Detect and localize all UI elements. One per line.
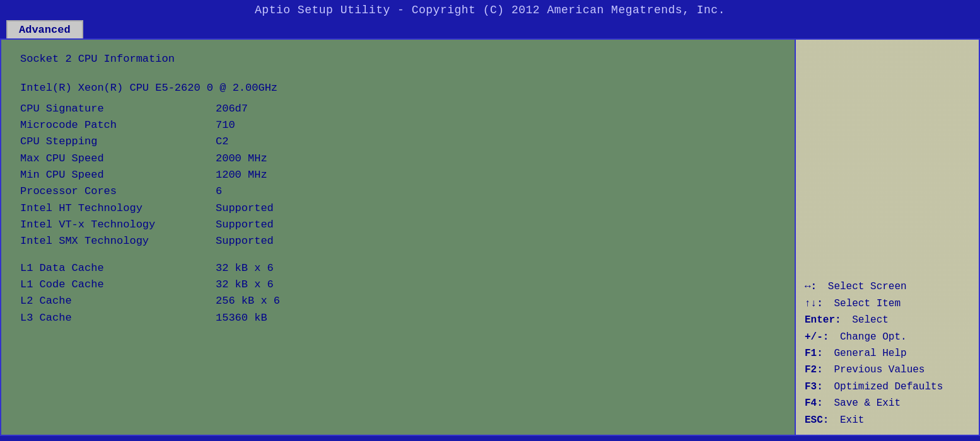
sidebar-key: F1: [805, 345, 823, 362]
sidebar-key: ↑↓: [805, 295, 823, 312]
sidebar-desc: Select [852, 312, 889, 328]
sidebar-desc: Change Opt. [840, 329, 907, 345]
sidebar-item: ↑↓: Select Item [805, 295, 970, 312]
cache-row: L2 Cache256 kB x 6 [20, 293, 776, 309]
sidebar-desc: General Help [834, 345, 906, 362]
cache-value: 15360 kB [216, 310, 267, 326]
info-label: Intel HT Technology [20, 200, 216, 217]
cache-row: L3 Cache15360 kB [20, 310, 776, 326]
cache-value: 32 kB x 6 [216, 260, 274, 277]
info-row: CPU Signature206d7 [20, 101, 776, 117]
main-area: Socket 2 CPU Information Intel(R) Xeon(R… [0, 38, 980, 436]
cache-label: L2 Cache [20, 293, 216, 309]
info-value: C2 [216, 134, 228, 150]
sidebar-desc: Exit [840, 412, 864, 428]
info-row: Processor Cores6 [20, 183, 776, 200]
sidebar-key: +/-: [805, 329, 829, 345]
sidebar-items: ↔: Select Screen↑↓: Select ItemEnter: Se… [805, 278, 970, 428]
info-label: Processor Cores [20, 183, 216, 200]
sidebar-item: Enter: Select [805, 312, 970, 328]
cache-row: L1 Code Cache32 kB x 6 [20, 277, 776, 293]
info-row: Intel HT TechnologySupported [20, 200, 776, 217]
sidebar-key: F4: [805, 395, 823, 411]
info-label: Microcode Patch [20, 117, 216, 134]
bottom-bar [0, 436, 980, 441]
sidebar-key: Enter: [805, 312, 841, 328]
sidebar-key: ↔: [805, 278, 817, 295]
cache-value: 32 kB x 6 [216, 277, 274, 293]
info-row: Microcode Patch710 [20, 117, 776, 134]
title-text: Aptio Setup Utility - Copyright (C) 2012… [255, 4, 725, 16]
info-value: 206d7 [216, 101, 248, 117]
info-label: CPU Stepping [20, 134, 216, 150]
sidebar-item: F3: Optimized Defaults [805, 379, 970, 395]
info-value: 2000 MHz [216, 151, 267, 167]
section-title: Socket 2 CPU Information [20, 51, 776, 67]
sidebar-item: +/-: Change Opt. [805, 329, 970, 345]
sidebar-key: ESC: [805, 412, 829, 428]
info-value: 710 [216, 117, 235, 134]
info-row: CPU SteppingC2 [20, 134, 776, 150]
tab-bar: Advanced [0, 20, 980, 38]
sidebar-desc: Select Screen [828, 278, 907, 295]
sidebar-item: ESC: Exit [805, 412, 970, 428]
info-value: 6 [216, 183, 222, 200]
sidebar-desc: Select Item [834, 295, 901, 312]
info-row: Intel SMX TechnologySupported [20, 233, 776, 249]
sidebar-key: F2: [805, 362, 823, 378]
info-label: CPU Signature [20, 101, 216, 117]
info-row: Intel VT-x TechnologySupported [20, 217, 776, 233]
info-label: Intel SMX Technology [20, 233, 216, 249]
info-label: Intel VT-x Technology [20, 217, 216, 233]
cache-value: 256 kB x 6 [216, 293, 280, 309]
tab-advanced[interactable]: Advanced [6, 20, 83, 38]
sidebar: ↔: Select Screen↑↓: Select ItemEnter: Se… [796, 40, 979, 435]
cache-row: L1 Data Cache32 kB x 6 [20, 260, 776, 277]
cache-label: L1 Data Cache [20, 260, 216, 277]
sidebar-item: F2: Previous Values [805, 362, 970, 378]
info-row: Min CPU Speed1200 MHz [20, 167, 776, 183]
sidebar-item: F4: Save & Exit [805, 395, 970, 411]
sidebar-item: ↔: Select Screen [805, 278, 970, 295]
info-label: Min CPU Speed [20, 167, 216, 183]
cache-rows: L1 Data Cache32 kB x 6L1 Code Cache32 kB… [20, 260, 776, 326]
info-value: Supported [216, 233, 274, 249]
info-value: 1200 MHz [216, 167, 267, 183]
sidebar-desc: Optimized Defaults [834, 379, 943, 395]
sidebar-item: F1: General Help [805, 345, 970, 362]
info-rows: CPU Signature206d7Microcode Patch710CPU … [20, 101, 776, 250]
cache-label: L1 Code Cache [20, 277, 216, 293]
content-area: Socket 2 CPU Information Intel(R) Xeon(R… [1, 40, 796, 435]
sidebar-key: F3: [805, 379, 823, 395]
title-bar: Aptio Setup Utility - Copyright (C) 2012… [0, 0, 980, 20]
sidebar-desc: Save & Exit [834, 395, 901, 411]
cpu-name: Intel(R) Xeon(R) CPU E5-2620 0 @ 2.00GHz [20, 80, 776, 96]
info-label: Max CPU Speed [20, 151, 216, 167]
info-value: Supported [216, 200, 274, 217]
cache-label: L3 Cache [20, 310, 216, 326]
sidebar-desc: Previous Values [834, 362, 925, 378]
info-row: Max CPU Speed2000 MHz [20, 151, 776, 167]
info-value: Supported [216, 217, 274, 233]
